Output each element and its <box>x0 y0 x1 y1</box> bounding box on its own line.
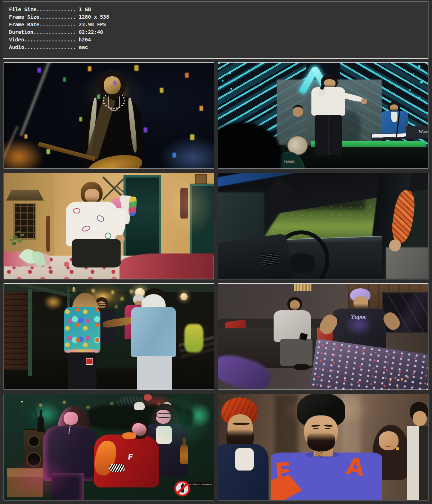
warm-window-glow-2 <box>44 295 63 309</box>
thumbnail-grid: 00:15:51 YAMAHA Roland <box>4 62 428 500</box>
blue-light-blur <box>159 137 214 169</box>
magenta-light-wash <box>4 424 126 500</box>
scene-night-bar <box>4 284 214 390</box>
singer-white-shirt <box>311 87 345 116</box>
video-frame-5: 01:19:15 <box>4 283 214 390</box>
video-frame-4: 01:03:24 <box>218 173 428 279</box>
globe-lamp-2 <box>180 293 188 300</box>
turban-man-brow <box>233 423 250 424</box>
keyboard-brand-label: Roland <box>419 130 428 134</box>
singer-face <box>104 76 121 94</box>
scene-indoor-group: E A <box>218 394 428 500</box>
air-vent <box>262 253 280 266</box>
sunlight-wash <box>88 173 214 279</box>
scene-recording-studio: Tupac <box>218 284 428 390</box>
brick-wall <box>4 292 29 371</box>
pendant-chain <box>108 96 120 111</box>
video-frame-1: 00:15:51 <box>4 62 214 169</box>
far-right-man-shirt <box>407 426 428 500</box>
duration-line: Duration.............. 02:22:40 <box>9 28 428 36</box>
video-frame-3: 00:47:33 <box>4 173 214 279</box>
wall-pipe <box>46 216 50 252</box>
sweater-letter-right: A <box>345 453 365 481</box>
beanie-man-beard <box>307 433 335 451</box>
tshirt-graphic: Tupac <box>344 313 374 337</box>
green-pole <box>28 289 32 376</box>
gray-pants <box>280 339 312 366</box>
singer-black-pants <box>315 115 342 156</box>
frame-size-line: Frame Size............ 1280 x 538 <box>9 13 428 21</box>
video-frame-7: F ALCOHOL CONSUMPTION IS IN 01:50:57 <box>4 394 214 500</box>
barred-window <box>13 203 36 240</box>
far-right-man-face <box>413 411 427 426</box>
no-alcohol-icon <box>174 481 190 496</box>
keyboardist-shirt <box>391 112 397 122</box>
yellow-hanging-cloth <box>184 324 203 352</box>
drummer-head <box>293 107 303 116</box>
video-codec-line: Video................. h264 <box>9 36 428 44</box>
singer-hand <box>361 99 367 104</box>
roland-keyboard: Roland <box>406 126 428 138</box>
warm-light-blur <box>4 139 44 169</box>
gray-road-patch <box>386 247 428 279</box>
scene-led-stage: YAMAHA Roland <box>218 63 428 168</box>
woman-smile <box>384 444 392 447</box>
white-beanie-person <box>134 402 144 410</box>
left-woman-face <box>64 412 78 425</box>
light-jeans <box>137 356 172 390</box>
video-frame-2: YAMAHA Roland 00:31:42 <box>218 62 428 169</box>
drum-brand-label: YAMAHA <box>284 161 294 164</box>
file-info-panel: File Size............. 1 GB Frame Size..… <box>3 1 428 59</box>
video-frame-8: E A 02:06:48 <box>218 394 428 500</box>
string-lights <box>21 401 23 402</box>
denim-jacket-back <box>131 307 176 357</box>
ceiling-vent <box>294 284 312 291</box>
keyboardist-face <box>390 104 398 111</box>
dark-shoe <box>294 364 310 370</box>
scene-car-interior <box>218 173 428 279</box>
frame-rate-line: Frame Rate............ 23.98 FPS <box>9 21 428 28</box>
alcohol-warning-text: ALCOHOL CONSUMPTION IS IN <box>189 482 212 487</box>
woman-paisley-top <box>64 307 100 352</box>
file-size-line: File Size............. 1 GB <box>9 6 428 13</box>
steering-hub <box>289 253 315 273</box>
glasses <box>98 303 107 306</box>
beanie-man-eye-left <box>313 428 319 429</box>
scene-courtyard <box>4 173 214 279</box>
confetti <box>4 63 6 66</box>
console-orange-leds <box>395 377 396 379</box>
scene-graffiti-party: F ALCOHOL CONSUMPTION IS IN <box>4 394 214 500</box>
teal-light-wash <box>147 394 214 449</box>
gold-earring <box>396 447 399 450</box>
led-dot-matrix <box>218 63 220 64</box>
singer-face <box>324 79 336 88</box>
white-shirt <box>235 448 254 471</box>
seated-man-face <box>290 300 300 310</box>
red-card-in-pocket <box>86 358 93 365</box>
beanie-man-eye-right <box>325 428 330 429</box>
audio-codec-line: Audio................. aac <box>9 44 428 51</box>
video-frame-6: Tupac 01:35:06 <box>218 283 428 390</box>
scene-concert-singer <box>4 63 214 168</box>
window-awning <box>6 190 44 201</box>
